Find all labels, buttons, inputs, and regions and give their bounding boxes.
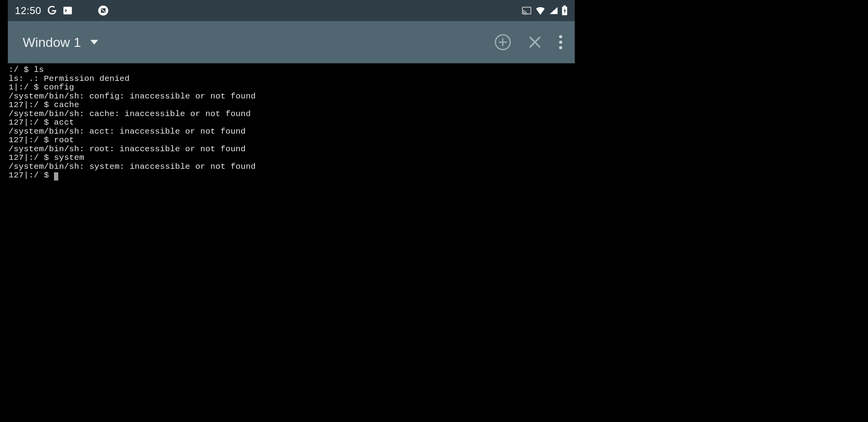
terminal-line: /system/bin/sh: cache: inaccessible or n… [9,109,251,118]
terminal-line: 127|:/ $ acct [9,118,74,127]
svg-point-11 [559,35,562,38]
window-selector-dropdown[interactable]: Window 1 [23,35,98,50]
terminal-line: 1|:/ $ config [9,83,74,92]
terminal-output[interactable]: :/ $ ls ls: .: Permission denied 1|:/ $ … [8,63,575,182]
battery-charging-icon [561,5,568,16]
terminal-line: /system/bin/sh: root: inaccessible or no… [9,145,246,154]
terminal-line: /system/bin/sh: system: inaccessible or … [9,162,256,171]
terminal-prompt: 127|:/ $ [9,171,54,180]
status-time: 12:50 [15,5,41,17]
close-button[interactable] [527,34,543,50]
device-frame: 12:50 [8,0,575,422]
svg-rect-0 [64,7,72,14]
screenshot-notification-icon [98,5,109,16]
status-bar: 12:50 [8,0,575,21]
more-options-button[interactable] [558,34,563,50]
terminal-line: /system/bin/sh: acct: inaccessible or no… [9,127,246,136]
terminal-cursor [54,172,58,181]
app-bar-actions [494,34,563,51]
window-title: Window 1 [23,35,81,50]
svg-point-12 [559,41,562,44]
terminal-line: /system/bin/sh: config: inaccessible or … [9,92,256,101]
terminal-notification-icon [63,5,73,16]
status-right [522,5,568,16]
terminal-line: 127|:/ $ cache [9,100,79,109]
add-window-button[interactable] [494,34,511,51]
chevron-down-icon [90,40,98,45]
terminal-line: ls: .: Permission denied [9,74,130,83]
google-icon [47,5,57,16]
app-bar: Window 1 [8,21,575,63]
terminal-line: 127|:/ $ root [9,136,74,145]
cast-icon [522,6,532,15]
status-left: 12:50 [15,5,109,17]
wifi-icon [535,6,546,15]
terminal-line: 127|:/ $ system [9,153,84,162]
svg-point-13 [559,46,562,49]
terminal-line: :/ $ ls [9,65,44,74]
signal-icon [549,6,558,15]
svg-rect-5 [563,5,566,7]
